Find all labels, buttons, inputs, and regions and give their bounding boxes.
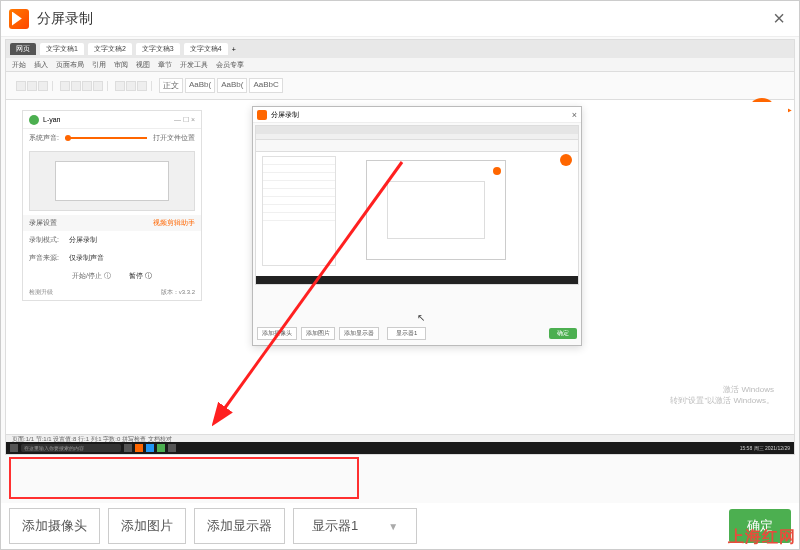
annotation-highlight <box>9 457 359 499</box>
check-update[interactable]: 检测升级 <box>29 288 53 297</box>
field-value[interactable]: 分屏录制 <box>69 235 97 245</box>
open-location-link[interactable]: 打开文件位置 <box>153 133 195 143</box>
ribbon-item[interactable]: 章节 <box>158 60 172 70</box>
windows-taskbar: 在这里输入你要搜索的内容 15:58 周三 2021/12/29 <box>6 442 794 454</box>
browser-tab[interactable]: 文字文稿4 <box>184 43 228 55</box>
browser-tab[interactable]: 文字文稿2 <box>88 43 132 55</box>
display-dropdown[interactable]: 显示器1 <box>387 327 426 340</box>
display-dropdown[interactable]: 显示器1 ▼ <box>293 508 417 544</box>
taskbar-icon[interactable] <box>168 444 176 452</box>
audio-slider[interactable] <box>65 137 147 139</box>
browser-tab[interactable]: 网页 <box>10 43 36 55</box>
start-icon[interactable] <box>10 444 18 452</box>
section-label[interactable]: 录屏设置 <box>29 218 57 228</box>
activate-windows-text: 激活 Windows 转到"设置"以激活 Windows。 <box>670 385 774 406</box>
add-display-button[interactable]: 添加显示器 <box>194 508 285 544</box>
word-toolbar: 正文 AaBb( AaBb( AaBbC <box>6 72 794 100</box>
record-badge-icon <box>560 154 572 166</box>
taskbar-icon[interactable] <box>135 444 143 452</box>
add-camera-button[interactable]: 添加摄像头 <box>257 327 297 340</box>
nested-desktop <box>255 125 579 285</box>
add-image-button[interactable]: 添加图片 <box>301 327 335 340</box>
close-icon[interactable]: × <box>767 7 791 30</box>
field-label: 声音来源: <box>29 253 59 263</box>
browser-tab[interactable]: 文字文稿3 <box>136 43 180 55</box>
chevron-down-icon: ▼ <box>388 521 398 532</box>
section-link[interactable]: 视频剪辑助手 <box>153 218 195 228</box>
cursor-icon: ↖ <box>417 312 425 323</box>
ribbon: 开始 插入 页面布局 引用 审阅 视图 章节 开发工具 会员专享 <box>6 58 794 72</box>
window-title: 分屏录制 <box>37 10 93 28</box>
content-area: 网页 文字文稿1 文字文稿2 文字文稿3 文字文稿4 + 开始 插入 页面布局 … <box>1 37 799 503</box>
taskbar-icon[interactable] <box>146 444 154 452</box>
add-camera-button[interactable]: 添加摄像头 <box>9 508 100 544</box>
nested-title: 分屏录制 <box>271 110 299 120</box>
ribbon-item[interactable]: 视图 <box>136 60 150 70</box>
avatar <box>29 115 39 125</box>
style-box[interactable]: 正文 <box>159 78 183 93</box>
app-icon <box>9 9 29 29</box>
version-label: 版本：v3.3.2 <box>161 288 195 297</box>
ribbon-item[interactable]: 会员专享 <box>216 60 244 70</box>
ribbon-item[interactable]: 审阅 <box>114 60 128 70</box>
username: L-yan <box>43 116 61 123</box>
settings-panel: L-yan — ☐ × 系统声音: 打开文件位置 录屏设置 视频剪辑助手 <box>22 110 202 301</box>
browser-tab[interactable]: 文字文稿1 <box>40 43 84 55</box>
add-display-button[interactable]: 添加显示器 <box>339 327 379 340</box>
preview-thumbnail <box>29 151 195 211</box>
ribbon-item[interactable]: 页面布局 <box>56 60 84 70</box>
nested-split-window: 分屏录制 × <box>252 106 582 346</box>
desktop-screenshot: 网页 文字文稿1 文字文稿2 文字文稿3 文字文稿4 + 开始 插入 页面布局 … <box>5 39 795 455</box>
titlebar: 分屏录制 × <box>1 1 799 37</box>
pause-hotkey: 暂停 ⓘ <box>129 271 152 281</box>
style-box[interactable]: AaBb( <box>217 78 247 93</box>
document-area: L-yan — ☐ × 系统声音: 打开文件位置 录屏设置 视频剪辑助手 <box>12 102 788 436</box>
ribbon-item[interactable]: 开始 <box>12 60 26 70</box>
ribbon-item[interactable]: 开发工具 <box>180 60 208 70</box>
new-tab-button[interactable]: + <box>232 46 236 53</box>
taskbar-icon[interactable] <box>157 444 165 452</box>
sys-audio-label: 系统声音: <box>29 133 59 143</box>
style-box[interactable]: AaBb( <box>185 78 215 93</box>
ribbon-item[interactable]: 引用 <box>92 60 106 70</box>
taskbar-search[interactable]: 在这里输入你要搜索的内容 <box>21 444 121 452</box>
field-label: 录制模式: <box>29 235 59 245</box>
style-box[interactable]: AaBbC <box>249 78 282 93</box>
confirm-button[interactable]: 确定 <box>549 328 577 339</box>
ribbon-item[interactable]: 插入 <box>34 60 48 70</box>
close-icon[interactable]: × <box>572 110 577 120</box>
field-value[interactable]: 仅录制声音 <box>69 253 104 263</box>
rec-hotkey: 开始/停止 ⓘ <box>72 271 111 281</box>
watermark-text: 上海红网 <box>728 527 796 548</box>
bottom-action-bar: 添加摄像头 添加图片 添加显示器 显示器1 ▼ 确定 <box>1 503 799 549</box>
taskbar-icon[interactable] <box>124 444 132 452</box>
add-image-button[interactable]: 添加图片 <box>108 508 186 544</box>
app-icon <box>257 110 267 120</box>
browser-tabs: 网页 文字文稿1 文字文稿2 文字文稿3 文字文稿4 + <box>6 40 794 58</box>
taskbar-clock[interactable]: 15:58 周三 2021/12/29 <box>740 446 790 451</box>
